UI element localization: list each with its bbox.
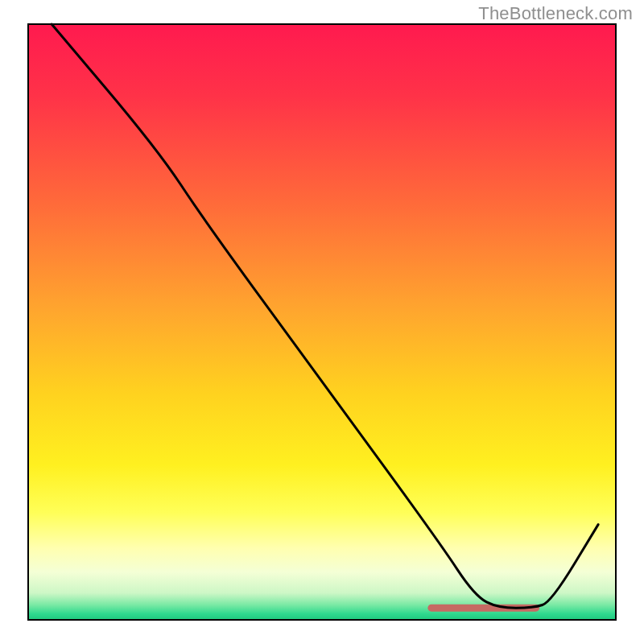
gradient-background xyxy=(28,24,616,620)
plot-area xyxy=(28,24,616,620)
bottleneck-chart xyxy=(0,0,644,644)
